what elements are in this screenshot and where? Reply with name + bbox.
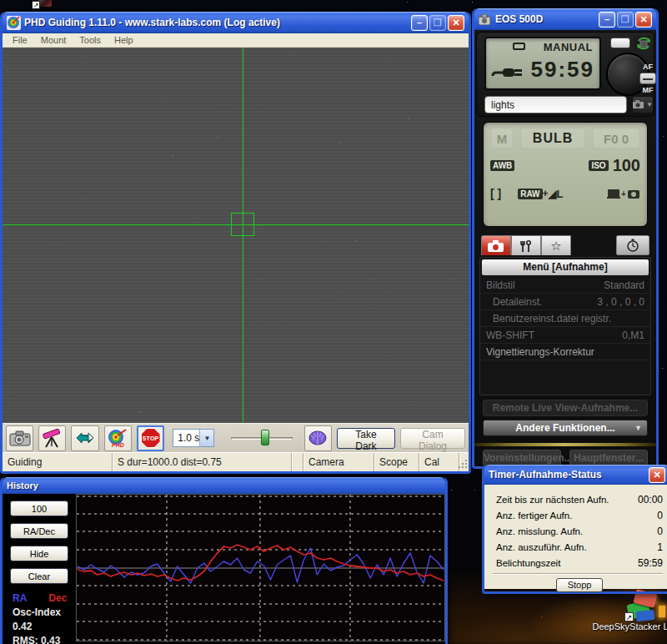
status-segment-s: S dur=1000.0 dist=0.75: [113, 453, 292, 471]
stop-sign-icon: STOP: [141, 428, 161, 448]
resize-grip[interactable]: [457, 460, 467, 470]
timer-status-row: Anz. fertiger Aufn.0: [496, 507, 663, 523]
deepskystacker-label[interactable]: DeepSkyStacker L: [589, 621, 667, 631]
camera-settings-panel: M BULB F0 0 AWB ISO 100 [ ] RAW + ◢ L: [483, 122, 648, 227]
maximize-button[interactable]: ❒: [429, 15, 446, 31]
timer-row-value: 0: [657, 526, 663, 537]
camera-small-icon: [633, 100, 644, 109]
phd-menu-tools[interactable]: Tools: [73, 35, 108, 45]
history-titlebar[interactable]: History: [3, 477, 445, 494]
timer-button[interactable]: [616, 235, 649, 255]
timer-status-dialog: Timer-Aufnahme-Status ✕ Zeit bis zur näc…: [482, 465, 667, 594]
history-button-100[interactable]: 100: [10, 501, 68, 516]
phd-menu-file[interactable]: File: [6, 35, 34, 45]
shutter-release-button[interactable]: [610, 38, 630, 48]
mf-label: MF: [639, 86, 656, 94]
connect-mount-button[interactable]: [38, 425, 66, 451]
phd-toolbar: PHD STOP 1.0 s ▼ Tak: [3, 423, 469, 452]
slider-thumb[interactable]: [261, 430, 269, 445]
dss-blue-frame: [635, 610, 654, 621]
status-segment-guiding: Guiding: [3, 453, 113, 471]
maximize-button[interactable]: ❒: [617, 12, 634, 28]
ac-power-icon: [491, 63, 524, 82]
loop-exposures-button[interactable]: [71, 425, 98, 451]
eos-menu-row[interactable]: Benutzereinst.datei registr.: [480, 310, 650, 327]
chevron-down-icon: ▼: [634, 420, 642, 436]
phd-app-icon: [7, 16, 21, 30]
rms-value: RMS: 0.43: [3, 635, 76, 644]
af-mf-switch[interactable]: [639, 73, 656, 84]
phd-guide-button[interactable]: PHD: [104, 425, 132, 451]
metering-frame-icon[interactable]: [ ]: [490, 187, 501, 200]
phd-menu-mount[interactable]: Mount: [34, 35, 73, 45]
close-button[interactable]: ✕: [649, 467, 665, 483]
connect-camera-button[interactable]: [6, 425, 33, 451]
mode-value[interactable]: M: [490, 128, 514, 149]
white-balance-badge[interactable]: AWB: [490, 160, 514, 171]
partial-desktop-icon[interactable]: ↗: [32, 0, 52, 9]
minimize-button[interactable]: –: [599, 12, 615, 28]
timer-row-label: Anz. auszuführ. Aufn.: [496, 542, 587, 552]
osc-index-value: 0.42: [3, 621, 76, 632]
camera-lcd-display: MANUAL 59:59: [484, 37, 601, 90]
guide-camera-image[interactable]: [3, 48, 469, 423]
desktop: ↗ ↗ DeepSkyStacker L PHD Guiding 1.11.0 …: [0, 0, 667, 644]
exposure-duration-select[interactable]: 1.0 s ▼: [173, 429, 214, 447]
tab-my-menu[interactable]: ☆: [541, 235, 571, 255]
tab-setup[interactable]: [511, 235, 541, 255]
guide-lock-box: [231, 213, 254, 236]
eos-tab-bar: ☆: [481, 234, 649, 255]
svg-text:PHD: PHD: [112, 442, 124, 448]
history-button-ra-dec[interactable]: RA/Dec: [10, 523, 68, 539]
eos-window-title: EOS 500D: [495, 13, 599, 25]
preferences-button: Voreinstellungen...: [483, 450, 561, 466]
status-segment-scope: Scope: [374, 453, 419, 471]
status-segment-cal: Cal: [419, 453, 459, 471]
phd-titlebar[interactable]: PHD Guiding 1.11.0 - www.stark-labs.com …: [3, 12, 469, 33]
close-button[interactable]: ✕: [448, 15, 464, 31]
eos-menu-row[interactable]: Vignettierungs-Korrektur: [480, 344, 650, 360]
exposure-time-display: 59:59: [531, 57, 595, 83]
timer-titlebar[interactable]: Timer-Aufnahme-Status ✕: [484, 465, 667, 485]
eos-titlebar[interactable]: EOS 500D – ❒ ✕: [474, 8, 656, 30]
phd-statusbar: GuidingS dur=1000.0 dist=0.75CameraScope…: [3, 452, 469, 471]
eos-utility-window: EOS 500D – ❒ ✕ MANUAL 59:59: [472, 8, 659, 469]
target-name-input[interactable]: [484, 96, 627, 113]
other-functions-button[interactable]: Andere Funktionen... ▼: [483, 420, 648, 436]
shutter-speed-value[interactable]: BULB: [520, 128, 585, 149]
eos-menu-row-label: Vignettierungs-Korrektur: [486, 344, 594, 360]
raw-quality-badge[interactable]: RAW: [518, 189, 542, 199]
gamma-slider[interactable]: [231, 428, 292, 448]
stop-capture-button[interactable]: Stopp: [556, 578, 603, 592]
history-button-hide[interactable]: Hide: [10, 546, 68, 561]
status-segment-blank: [292, 453, 303, 471]
aperture-value[interactable]: F0 0: [592, 128, 640, 149]
minimize-button[interactable]: –: [411, 15, 428, 31]
eos-content: MANUAL 59:59: [474, 30, 656, 466]
history-button-clear[interactable]: Clear: [10, 568, 68, 584]
tab-shooting[interactable]: [481, 235, 511, 255]
phd-menu-help[interactable]: Help: [108, 35, 140, 45]
eos-menu-row-label: Detaileinst.: [486, 294, 542, 309]
eos-menu-row[interactable]: Detaileinst.3 , 0 , 0 , 0: [480, 294, 650, 310]
timer-status-row: Belichtungszeit59:59: [496, 555, 663, 571]
eos-menu-row[interactable]: BildstilStandard: [480, 277, 650, 294]
quality-plus: +: [543, 188, 549, 199]
advanced-settings-button[interactable]: [304, 425, 332, 451]
iso-value[interactable]: 100: [613, 156, 640, 175]
timer-row-label: Anz. fertiger Aufn.: [496, 511, 572, 521]
stop-button[interactable]: STOP: [137, 425, 164, 451]
eos-menu-row-value: 0,M1: [622, 327, 644, 343]
svg-text:+: +: [621, 189, 626, 199]
capture-folder-button[interactable]: ▼: [632, 96, 654, 113]
history-title: History: [7, 480, 441, 491]
osc-index-label: Osc-Index: [3, 606, 76, 618]
eos-menu-row-value: Standard: [604, 277, 644, 293]
eos-menu-row[interactable]: WB-SHIFT0,M1: [480, 327, 650, 344]
history-chart: [77, 495, 444, 641]
take-dark-button[interactable]: Take Dark: [337, 428, 395, 449]
history-controls: 100RA/DecHideClear RA Dec Osc-Index 0.42…: [3, 494, 76, 644]
timer-status-row: Anz. auszuführ. Aufn.1: [496, 539, 663, 555]
guiding-history-graph: [76, 494, 445, 641]
close-button[interactable]: ✕: [635, 12, 652, 28]
